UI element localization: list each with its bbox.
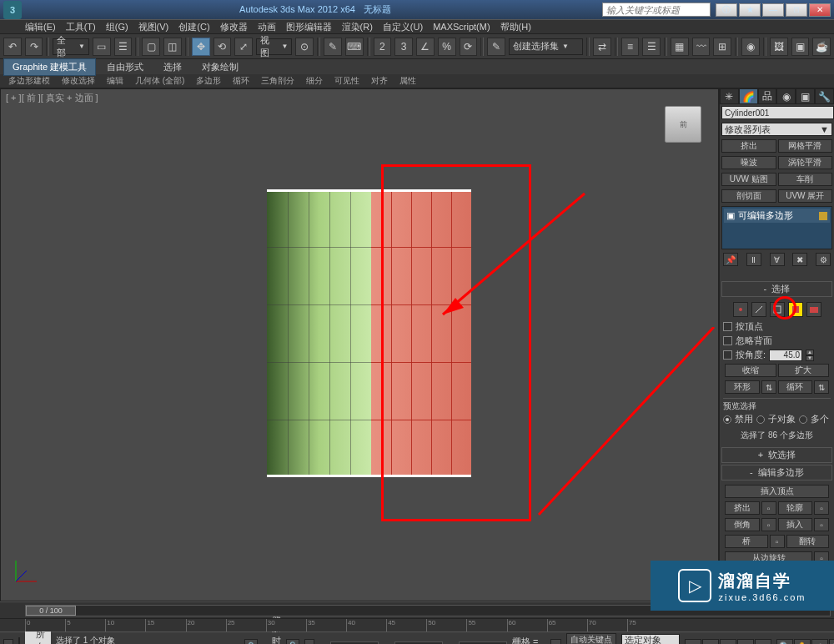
track-key-area[interactable] xyxy=(18,637,20,645)
preset-uvwmap[interactable]: UVW 贴图 xyxy=(721,173,776,186)
menu-maxscript[interactable]: MAXScript(M) xyxy=(433,22,490,32)
rollout-editpoly-header[interactable]: - 编辑多边形 xyxy=(721,465,832,480)
cmd-tab-motion[interactable]: ◉ xyxy=(776,88,796,104)
keyboard-button[interactable]: ⌨ xyxy=(345,38,364,56)
spinner-snap-button[interactable]: ⟳ xyxy=(460,38,478,56)
snap-2d-button[interactable]: 2 xyxy=(374,38,392,56)
preset-lathe[interactable]: 车削 xyxy=(778,173,833,186)
play-button[interactable]: ▶ xyxy=(720,639,736,645)
rsub-align[interactable]: 对齐 xyxy=(366,74,393,88)
chk-by-vertex[interactable] xyxy=(723,322,732,331)
rollout-soft-header[interactable]: + 软选择 xyxy=(721,447,832,463)
viewport-pan-button[interactable]: ✋ xyxy=(794,639,811,645)
stack-pin-button[interactable]: 📌 xyxy=(723,253,738,266)
rsub-vis[interactable]: 可见性 xyxy=(329,74,364,88)
cmd-tab-display[interactable]: ▣ xyxy=(796,88,815,104)
snap-3d-button[interactable]: 3 xyxy=(394,38,413,56)
stack-show-button[interactable]: Ⅱ xyxy=(746,253,761,266)
align-button[interactable]: ≡ xyxy=(621,38,640,56)
coord-x-input[interactable] xyxy=(330,641,379,645)
preset-meshsmooth[interactable]: 网格平滑 xyxy=(778,139,833,153)
shrink-button[interactable]: 收缩 xyxy=(725,364,776,377)
ribbon-tab-paint[interactable]: 对象绘制 xyxy=(193,58,248,76)
redo-button[interactable]: ↷ xyxy=(25,38,43,56)
percent-snap-button[interactable]: % xyxy=(438,38,456,56)
ribbon-tab-selection[interactable]: 选择 xyxy=(154,58,191,76)
radio-subobj[interactable] xyxy=(756,415,765,424)
select-button[interactable]: ▭ xyxy=(93,38,111,56)
coord-z-input[interactable] xyxy=(459,641,507,645)
menu-anim[interactable]: 动画 xyxy=(258,21,276,33)
insert-vertex-button[interactable]: 插入顶点 xyxy=(725,485,829,498)
undo-button[interactable]: ↶ xyxy=(3,38,22,56)
preset-slice[interactable]: 剖切面 xyxy=(721,189,776,203)
modifier-stack[interactable]: ▣ 可编辑多边形 xyxy=(721,206,832,249)
angle-down[interactable]: ▼ xyxy=(806,355,814,361)
stack-item-editpoly[interactable]: ▣ 可编辑多边形 xyxy=(724,209,830,223)
chk-ignore-back[interactable] xyxy=(723,336,732,345)
ribbon-tab-modeling[interactable]: Graphite 建模工具 xyxy=(3,58,96,76)
autokey-button[interactable]: 自动关键点 xyxy=(566,633,616,644)
goto-start-button[interactable]: ⏮ xyxy=(685,639,701,645)
material-editor-button[interactable]: ◉ xyxy=(741,38,760,56)
menu-edit[interactable]: 编辑(E) xyxy=(25,21,56,33)
ring-spin[interactable]: ⇅ xyxy=(761,380,776,394)
render-button[interactable]: ☕ xyxy=(812,38,831,56)
key-mode-button[interactable]: 🗝 xyxy=(550,639,561,645)
help-search-input[interactable] xyxy=(602,3,711,17)
radio-disable[interactable] xyxy=(723,415,731,424)
flip-button[interactable]: 翻转 xyxy=(786,535,830,548)
menu-graph[interactable]: 图形编辑器 xyxy=(286,21,332,33)
chk-by-angle[interactable] xyxy=(723,350,732,360)
extrude-settings[interactable]: ▫ xyxy=(761,501,776,515)
selection-filter-dropdown[interactable]: 全部▼ xyxy=(53,38,88,55)
menu-create[interactable]: 创建(C) xyxy=(178,21,209,33)
ribbon-tab-freeform[interactable]: 自由形式 xyxy=(98,58,153,76)
rsub-polymodel[interactable]: 多边形建模 xyxy=(3,74,55,88)
viewport-max-button[interactable]: ⛶ xyxy=(829,639,834,645)
select-name-button[interactable]: ☰ xyxy=(114,38,133,56)
window-crossing-button[interactable]: ◫ xyxy=(163,38,182,56)
outline-button[interactable]: 轮廓 xyxy=(778,501,813,515)
stack-unique-button[interactable]: ∀ xyxy=(770,253,785,266)
render-setup-button[interactable]: 🖼 xyxy=(770,38,788,56)
bevel-settings[interactable]: ▫ xyxy=(761,518,776,531)
ring-button[interactable]: 环形 xyxy=(725,380,760,394)
named-selection-dropdown[interactable]: 创建选择集▼ xyxy=(509,38,583,55)
render-frame-button[interactable]: ▣ xyxy=(791,38,810,56)
next-frame-button[interactable]: ▶ xyxy=(737,639,754,645)
rsub-poly[interactable]: 多边形 xyxy=(191,74,226,88)
menu-tools[interactable]: 工具(T) xyxy=(66,21,96,33)
coord-y-input[interactable] xyxy=(394,641,443,645)
rsub-subdiv[interactable]: 细分 xyxy=(301,74,328,88)
rollout-selection-header[interactable]: - 选择 xyxy=(721,281,832,297)
transform-type-button[interactable]: ▦ xyxy=(304,639,314,645)
manipulate-button[interactable]: ✎ xyxy=(324,38,342,56)
pivot-button[interactable]: ⊙ xyxy=(295,38,314,56)
layers-button[interactable]: ☰ xyxy=(642,38,661,56)
menu-group[interactable]: 组(G) xyxy=(106,21,128,33)
lock-selection-button[interactable]: 🔒 xyxy=(244,639,258,645)
bevel-button[interactable]: 倒角 xyxy=(725,518,760,531)
mirror-button[interactable]: ⇄ xyxy=(593,38,611,56)
edit-named-sel-button[interactable]: ✎ xyxy=(487,38,505,56)
preset-turbosmooth[interactable]: 涡轮平滑 xyxy=(778,156,833,169)
selected-key-dropdown[interactable]: 选定对象 xyxy=(621,634,680,644)
rsub-edit[interactable]: 编辑 xyxy=(102,74,128,88)
move-button[interactable]: ✥ xyxy=(192,38,210,56)
subobj-vertex[interactable] xyxy=(733,302,748,317)
viewport-label[interactable]: [ + ][ 前 ][ 真实 + 边面 ] xyxy=(6,92,98,104)
time-handle[interactable]: 0 / 100 xyxy=(26,606,76,616)
menu-view[interactable]: 视图(V) xyxy=(138,21,169,33)
ref-coord-dropdown[interactable]: 视图▼ xyxy=(256,38,292,55)
subobj-border[interactable] xyxy=(770,302,785,317)
subobj-edge[interactable] xyxy=(751,302,766,317)
rsub-loop[interactable]: 循环 xyxy=(228,74,254,88)
app-icon[interactable]: 3 xyxy=(3,1,22,19)
preset-extrude[interactable]: 挤出 xyxy=(721,139,776,153)
modifier-list-dropdown[interactable]: 修改器列表▼ xyxy=(721,123,832,136)
loop-button[interactable]: 循环 xyxy=(778,380,813,394)
curve-editor-button[interactable]: 〰 xyxy=(692,38,711,56)
cmd-tab-modify[interactable]: 🌈 xyxy=(739,88,758,104)
graphite-button[interactable]: ▦ xyxy=(671,38,689,56)
